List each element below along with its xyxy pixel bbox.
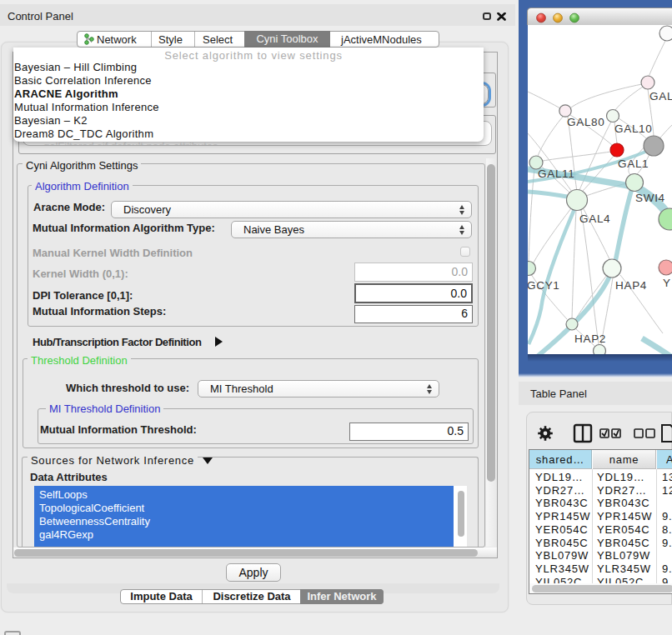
- svg-text:GAL: GAL: [649, 90, 672, 102]
- svg-text:HAP2: HAP2: [574, 332, 606, 345]
- svg-text:GAL11: GAL11: [538, 168, 575, 180]
- svg-text:Y: Y: [663, 277, 671, 289]
- svg-text:GAL10: GAL10: [614, 122, 653, 135]
- svg-text:GAL4: GAL4: [579, 212, 610, 225]
- svg-text:GAL80: GAL80: [567, 116, 605, 128]
- svg-text:GAL1: GAL1: [618, 158, 649, 170]
- svg-text:GCY1: GCY1: [528, 279, 560, 292]
- svg-text:SWI4: SWI4: [635, 192, 665, 204]
- svg-text:HAP4: HAP4: [615, 279, 647, 292]
